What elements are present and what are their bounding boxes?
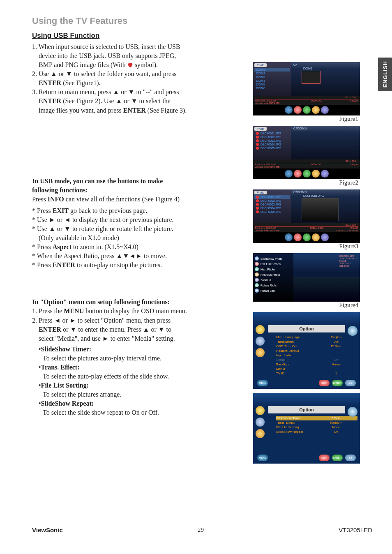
footer-page: 29 <box>198 526 204 533</box>
enter-button-icon: ENTER <box>332 380 343 386</box>
nav-icon <box>285 233 293 241</box>
fig2-crumb: C:\DCIM1\ <box>293 127 357 130</box>
file-list-item: DSCF0003.JPG <box>254 139 290 143</box>
info-line-b: can view all of the functions (See Figur… <box>64 196 180 203</box>
info-menu-item: Rotate Right <box>255 283 292 287</box>
s4b: to zoom in. (X1.5~X4.0) <box>71 243 138 250</box>
nav-icon <box>303 170 311 178</box>
nav-button-icon: ◄► <box>345 380 356 386</box>
s1bold: EXIT <box>53 207 69 214</box>
exit-button-icon: EXIT <box>319 455 330 461</box>
fig1-unused: Unused size:787.4 MB <box>255 102 279 104</box>
file-list-item: DSCF0004.JPG <box>254 206 290 210</box>
nav-icon <box>312 233 320 241</box>
fig1-dim: 000 x 000 <box>300 99 334 104</box>
figure1: Photo DCIM1DCIM2DCIM3DCIM4DCIM5DCIM6 C:\… <box>253 62 360 122</box>
fig3-sel: DSCF0001.JPG <box>293 194 357 197</box>
s2: Use ► or ◄ to display the next or previo… <box>37 216 174 223</box>
fig3-caption: Figure3 <box>339 243 360 250</box>
step3-enter1: ENTER <box>39 97 61 104</box>
nav-icon <box>285 106 293 114</box>
option-row: TV ID1 <box>276 371 355 376</box>
step2-rest: (See Figure1). <box>61 79 101 86</box>
file-list-item: DCIM3 <box>254 75 290 79</box>
opt2d: To select the auto-play effects of the s… <box>32 372 246 381</box>
o1b: button to display the OSD main menu. <box>84 307 187 314</box>
info-line-a: Press <box>32 196 48 203</box>
file-list-item: DSCF0005.JPG <box>254 210 290 214</box>
o2rest: or ▼ to enter the menu. Press ▲ or ▼ to <box>61 326 171 333</box>
fig2-page: 001 / 005 <box>291 160 358 162</box>
option-steps: 1. Press the MENU button to display the … <box>32 307 246 343</box>
s4bold: Aspect <box>53 243 71 250</box>
info-menu-item: Exit Full Screen <box>255 262 292 266</box>
step3-line3b: (See Figure 3). <box>146 107 187 114</box>
fig3-unused: Unused size:787.4 MB <box>255 229 279 232</box>
figure2: Photo DSCF0001.JPGDSCF0002.JPGDSCF0003.J… <box>253 126 360 186</box>
header-divider <box>32 29 372 29</box>
fig4-caption: Figure4 <box>339 302 360 309</box>
info-line-bold: INFO <box>48 196 64 203</box>
step3-line1: Return to main menu, press ▲ or ▼ to "--… <box>39 88 179 95</box>
fig2-tab: Photo <box>254 127 267 131</box>
option-row: OSD Time Out15 Sec. <box>276 344 355 349</box>
fig3-date: 2009:12:29 14:05:41 <box>336 229 358 232</box>
opt1t: SlideShow Timer: <box>41 346 92 353</box>
nav-icon <box>303 106 311 114</box>
fig3-dim: 3296 x 2472 <box>300 227 334 232</box>
o2c: select "Media", and use ► to enter "Medi… <box>32 334 246 343</box>
o1a: Press the <box>39 307 64 314</box>
file-list-item: DCIM4 <box>254 79 290 83</box>
menu-button-icon: MENU <box>257 380 268 386</box>
opt1d: To select the pictures auto-play interva… <box>32 354 246 363</box>
step2-enter: ENTER <box>39 79 61 86</box>
step3-line2: (See Figure 2). Use ▲ or ▼ to select the <box>61 97 171 104</box>
s1b: go back to the previous page. <box>69 207 148 214</box>
usb-buttons-heading-b: following functions: <box>32 186 246 195</box>
fig1-thumb <box>302 71 321 84</box>
nav-icon <box>294 233 302 241</box>
option-row: Trans. EffectRandom <box>276 420 355 425</box>
option-row: File List SortingNone <box>276 425 355 429</box>
nav-icon <box>285 170 293 178</box>
info-menu-item: Zoom In <box>255 278 292 282</box>
step2-line1: Use ▲ or ▼ to select the folder you want… <box>39 70 177 77</box>
section-usb-heading: Using USB Function <box>32 32 372 40</box>
menu-button-icon: MENU <box>257 455 268 461</box>
s3a: Use ▲ or ▼ to rotate right or rotate lef… <box>37 225 173 232</box>
exit-button-icon: EXIT <box>319 380 330 386</box>
info-menu-item: Rotate Left <box>255 289 292 293</box>
nav-icon <box>294 170 302 178</box>
file-list-item: DSCF0002.JPG <box>254 199 290 203</box>
nav-icon <box>321 106 329 114</box>
option-row: BacklightHome <box>276 362 355 367</box>
opt4t: SlideShow Repeat: <box>41 400 94 407</box>
nav-icon <box>294 106 302 114</box>
option-menu-2: Option SlideShow Timer5 Sec.Trans. Effec… <box>253 393 360 464</box>
page-title: Using the TV Features <box>32 16 372 26</box>
s5: When the Aspect Ratio, press ▲▼◄► to mov… <box>37 252 167 259</box>
fig2-caption: Figure2 <box>339 179 360 186</box>
fig3-crumb: C:\DCIM1\ <box>293 191 357 194</box>
file-list-item: DCIM2 <box>254 72 290 75</box>
info-menu-item: Previous Photo <box>255 272 292 277</box>
option-row: Restore Default <box>276 349 355 353</box>
nav-icon <box>321 233 329 241</box>
usb-steps: 1. When input source is selected to USB,… <box>32 42 246 115</box>
s3b: (Only available in X1.0 mode) <box>32 233 246 242</box>
opt2-title: Option <box>268 406 345 413</box>
step3-enter2: ENTER <box>123 107 146 114</box>
fig1-page: 001 / 006 <box>291 96 358 99</box>
nav-icon <box>312 170 320 178</box>
option-row: SlideShow Timer5 Sec. <box>276 416 357 420</box>
file-list-item: DCIM6 <box>254 86 290 90</box>
opt3d: To select the pictures arrange. <box>32 390 246 399</box>
page-footer: ViewSonic 29 VT3205LED <box>32 526 372 533</box>
step1-line2: device into the USB jack. USB only suppo… <box>32 51 246 60</box>
footer-model: VT3205LED <box>339 526 372 533</box>
fig1-tab: Photo <box>254 63 267 67</box>
info-menu-item: Next Photo <box>255 267 292 271</box>
fig1-sel: DCIM1 <box>293 66 357 70</box>
option-heading: In "Option" menu can setup following fun… <box>32 298 246 307</box>
step1-line1: When input source is selected to USB, in… <box>39 43 180 50</box>
